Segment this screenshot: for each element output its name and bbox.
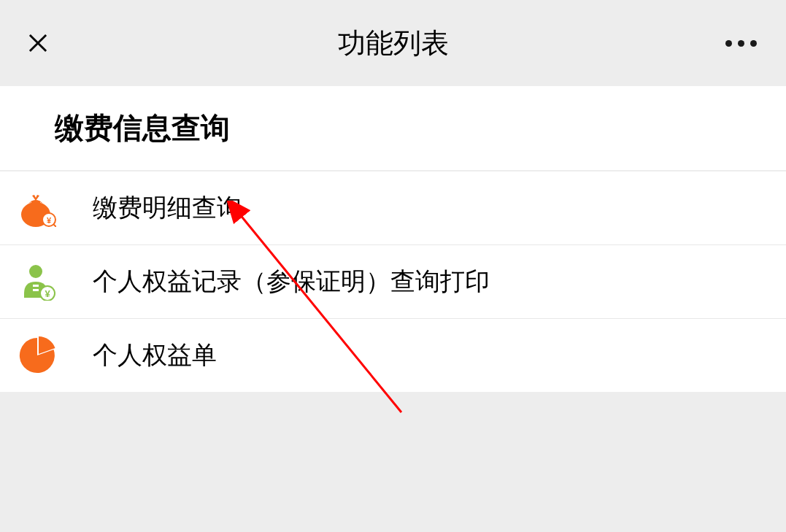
svg-rect-3 (31, 201, 40, 205)
section-title: 缴费信息查询 (0, 86, 786, 170)
page-title: 功能列表 (338, 25, 449, 62)
close-button[interactable] (22, 27, 54, 59)
close-icon (24, 29, 52, 57)
money-bag-icon: ¥ (18, 189, 56, 227)
svg-line-6 (53, 224, 56, 227)
svg-point-7 (29, 265, 42, 278)
header: 功能列表 (0, 0, 786, 86)
svg-rect-8 (33, 285, 39, 287)
dot-icon (725, 40, 732, 47)
svg-rect-9 (33, 289, 39, 291)
function-list: ¥ 缴费明细查询 ¥ 个人权益记录（参保证明）查询打印 (0, 171, 786, 392)
svg-text:¥: ¥ (47, 216, 52, 225)
dot-icon (750, 40, 757, 47)
more-button[interactable] (718, 33, 764, 54)
svg-text:¥: ¥ (45, 288, 50, 299)
dot-icon (738, 40, 744, 47)
pie-chart-icon (18, 336, 56, 374)
list-item-label: 个人权益记录（参保证明）查询打印 (93, 265, 490, 298)
list-item-label: 缴费明细查询 (93, 191, 242, 225)
list-item-label: 个人权益单 (93, 339, 217, 372)
list-item-personal-record[interactable]: ¥ 个人权益记录（参保证明）查询打印 (0, 245, 786, 319)
person-coin-icon: ¥ (18, 263, 56, 301)
list-item-payment-details[interactable]: ¥ 缴费明细查询 (0, 171, 786, 245)
list-item-personal-statement[interactable]: 个人权益单 (0, 319, 786, 392)
